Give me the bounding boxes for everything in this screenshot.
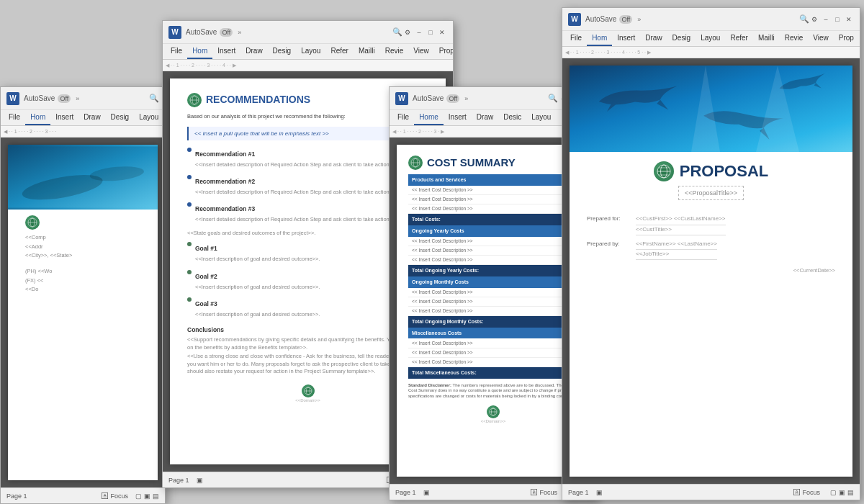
focus-btn-3[interactable]: 🄰 Focus [531,489,557,496]
tab-references-2[interactable]: Refer [325,44,353,59]
tab-layout-4[interactable]: Layou [696,31,725,46]
tab-layout-2[interactable]: Layou [296,44,325,59]
tab-file-2[interactable]: File [166,44,187,59]
tab-prop-2[interactable]: Prop [434,44,454,59]
tab-design-1[interactable]: Desig [106,110,135,125]
overflow-4[interactable]: » [635,16,643,23]
overflow-3[interactable]: » [462,95,470,102]
section-header-monthly: Ongoing Monthly Costs [408,276,578,288]
tab-home-4[interactable]: Hom [587,31,612,46]
tab-design-3[interactable]: Desic [498,110,526,125]
search-icon-3[interactable]: 🔍 [548,94,558,103]
autosave-label-3: AutoSave [413,94,444,102]
search-icon-2[interactable]: 🔍 [392,27,402,37]
close-button-2[interactable]: ✕ [437,27,447,37]
tab-mail-4[interactable]: Mailli [753,31,780,46]
settings-icon-2[interactable]: ⚙ [402,27,413,37]
tab-file-4[interactable]: File [565,31,587,46]
tab-view-2[interactable]: View [408,44,434,59]
cost-row-m1: << Insert Cost Description >> [408,288,578,297]
tab-help-4[interactable]: Help [859,31,860,46]
tab-review-2[interactable]: Revie [380,44,409,59]
view-normal-icon-4[interactable]: ▢ [830,489,837,496]
tab-insert-2[interactable]: Insert [212,44,240,59]
prepared-for-label: Prepared for: [587,215,630,222]
minimize-button-4[interactable]: – [821,14,831,24]
tab-draw-2[interactable]: Draw [240,44,267,59]
view-normal-icon-1[interactable]: ▢ [135,492,142,500]
autosave-toggle-2[interactable]: Off [220,28,233,37]
tab-home-1[interactable]: Hom [25,110,50,125]
tab-draw-3[interactable]: Draw [472,110,498,125]
tab-rev-4[interactable]: Revie [780,31,809,46]
window-controls-4: ⚙ – □ ✕ [809,14,854,24]
tab-draw-4[interactable]: Draw [640,31,667,46]
autosave-2: AutoSave Off » [186,28,243,37]
search-icon-4[interactable]: 🔍 [799,14,809,24]
cost-row-y1: << Insert Cost Description >> [408,237,578,246]
proposal-title: PROPOSAL [680,161,768,183]
cost-block-monthly: Ongoing Monthly Costs << Insert Cost Des… [408,276,578,328]
maximize-button-2[interactable]: □ [426,27,436,37]
view-icons-1: ▢ ▣ ▤ [135,492,159,500]
rec-2-title: Recommendation #2 [195,178,396,186]
close-button-4[interactable]: ✕ [844,14,854,24]
globe-svg-4 [656,163,672,179]
goal-2-title: Goal #2 [195,273,320,282]
focus-icon-4: 🄰 [793,489,800,496]
tab-insert-3[interactable]: Insert [444,110,472,125]
tab-design-2[interactable]: Desig [268,44,297,59]
status-bar-4: Page 1 ▣ 🄰 Focus ▢ ▣ ▤ [562,484,860,500]
settings-icon-4[interactable]: ⚙ [809,14,819,24]
addr-placeholder: <<Addr [25,243,140,251]
tab-view-4[interactable]: View [808,31,834,46]
autosave-label-2: AutoSave [186,28,217,36]
autosave-toggle-4[interactable]: Off [619,15,632,24]
view-web-icon-4[interactable]: ▤ [847,489,854,496]
minimize-button-2[interactable]: – [414,27,424,37]
page-label-4: Page 1 [568,489,589,496]
view-read-icon-1[interactable]: ▣ [144,492,150,500]
maximize-button-4[interactable]: □ [832,14,842,24]
tab-draw-1[interactable]: Draw [78,110,105,125]
focus-btn-4[interactable]: 🄰 Focus [793,489,820,496]
goal-1-title: Goal #1 [195,245,320,253]
domain-icon-2 [302,384,315,397]
globe-icon-4 [654,161,674,181]
word-icon-1: W [6,92,19,105]
tab-layout-3[interactable]: Layou [526,110,556,125]
tab-mailings-2[interactable]: Mailli [354,44,380,59]
tab-insert-1[interactable]: Insert [50,110,78,125]
ribbon-tabs-1: File Hom Insert Draw Desig Layou Refer M… [4,110,162,125]
ruler-4: ◀ · · 1 · · · · 2 · · · · 3 · · · · 4 · … [562,47,860,58]
cost-row-m3: << Insert Cost Description >> [408,307,578,316]
prepared-by-title: <<JobTitle>> [636,250,717,260]
view-web-icon-1[interactable]: ▤ [153,492,159,500]
proposal-title-area: PROPOSAL <<ProposalTitle>> [587,161,835,200]
autosave-toggle-1[interactable]: Off [58,94,71,103]
tab-layout-1[interactable]: Layou [134,110,163,125]
focus-btn-1[interactable]: 🄰 Focus [102,492,128,500]
ribbon-tabs-4: File Hom Insert Draw Desig Layou Refer M… [565,31,857,46]
focus-icon-3: 🄰 [531,489,537,496]
tab-desig-4[interactable]: Desig [667,31,696,46]
tab-file-1[interactable]: File [4,110,25,125]
tab-ref-4[interactable]: Refer [725,31,752,46]
autosave-1: AutoSave Off » [24,94,81,103]
overflow-1[interactable]: » [73,95,81,102]
tab-home-3[interactable]: Home [414,110,444,125]
footer-3: <<Domain>> [408,405,578,425]
tab-insert-4[interactable]: Insert [612,31,640,46]
tab-prop-4[interactable]: Prop [834,31,859,46]
tab-file-3[interactable]: File [392,110,414,125]
title-bar-2: W AutoSave Off » 🔍 ⚙ – □ ✕ [163,21,453,44]
total-misc: Total Miscellaneous Costs: [408,367,578,379]
globe-svg-2 [189,95,199,105]
search-icon-1[interactable]: 🔍 [149,94,159,103]
overflow-2[interactable]: » [235,29,243,36]
ribbon-2: File Hom Insert Draw Desig Layou Refer M… [163,44,453,60]
city-placeholder: <<City>>, <<State> [25,252,140,260]
autosave-toggle-3[interactable]: Off [446,94,459,103]
view-read-icon-4[interactable]: ▣ [839,489,845,496]
tab-home-2[interactable]: Hom [187,44,212,59]
